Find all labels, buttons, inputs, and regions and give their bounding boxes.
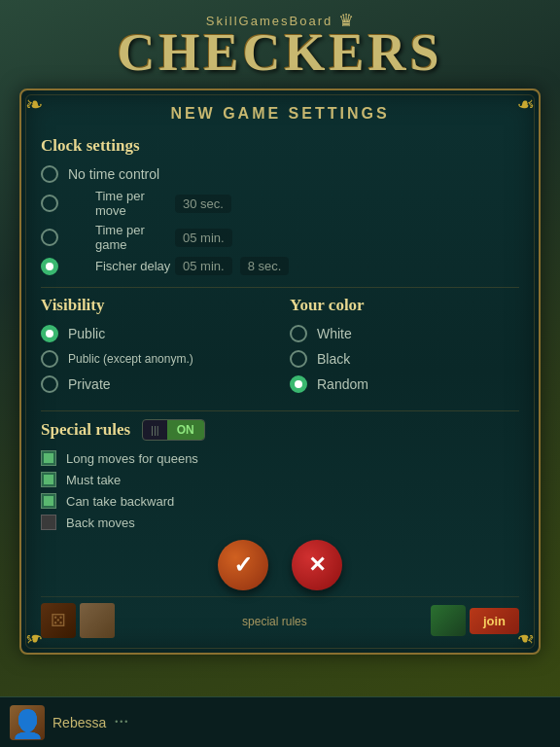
separator-dot: ··· xyxy=(114,711,128,733)
clock-option-per-game[interactable]: Time per game 05 min. xyxy=(41,223,519,252)
visibility-public-label: Public xyxy=(68,326,105,341)
radio-public-except[interactable] xyxy=(41,350,58,368)
clock-fischer-label: Fischer delay xyxy=(68,259,175,273)
rule-back-moves[interactable]: Back moves xyxy=(41,515,519,530)
radio-white[interactable] xyxy=(290,325,307,342)
radio-fischer[interactable] xyxy=(41,258,58,275)
clock-per-game-value: 05 min. xyxy=(175,229,232,247)
parchment-icon xyxy=(80,603,115,638)
cancel-icon: ✕ xyxy=(308,552,326,578)
panel-bottom-bar: ⚄ special rules join xyxy=(41,596,519,638)
rule-long-moves[interactable]: Long moves for queens xyxy=(41,450,519,466)
panel-title: NEW GAME SETTINGS xyxy=(41,105,519,123)
header: SkillGamesBoard ♛ CHECKERS xyxy=(0,0,560,84)
separator-1 xyxy=(41,287,519,288)
radio-private[interactable] xyxy=(41,375,58,393)
avatar-figure-icon: 👤 xyxy=(11,708,45,740)
special-rules-header-row: Special rules ||| ON xyxy=(41,419,519,441)
page-wrapper: SkillGamesBoard ♛ CHECKERS ❧ ❧ ❧ ❧ NEW G… xyxy=(0,0,560,747)
clock-option-fischer[interactable]: Fischer delay 05 min. 8 sec. xyxy=(41,257,519,275)
player-row: 👤 Rebessa ··· xyxy=(0,696,560,747)
clock-fischer-value2: 8 sec. xyxy=(240,257,290,275)
color-black[interactable]: Black xyxy=(290,348,519,370)
action-buttons-area: ✓ ✕ xyxy=(41,540,519,590)
rule-back-moves-label: Back moves xyxy=(66,516,135,530)
color-random-label: Random xyxy=(317,376,368,392)
color-black-label: Black xyxy=(317,351,350,367)
corner-decoration-tl: ❧ xyxy=(25,94,52,122)
cancel-button[interactable]: ✕ xyxy=(292,540,342,590)
app-title: CHECKERS xyxy=(0,26,560,79)
clock-settings-section: Clock settings No time control Time per … xyxy=(41,136,519,275)
visibility-public-except-label: Public (except anonym.) xyxy=(68,352,193,366)
rule-must-take-label: Must take xyxy=(66,473,121,487)
join-label: join xyxy=(483,614,506,628)
visibility-header: Visibility xyxy=(41,296,270,315)
radio-per-game[interactable] xyxy=(41,229,58,246)
visibility-private[interactable]: Private xyxy=(41,374,270,395)
checkbox-long-moves[interactable] xyxy=(41,450,56,466)
rule-take-backward[interactable]: Can take backward xyxy=(41,493,519,509)
visibility-section: Visibility Public Public (except anonym.… xyxy=(41,296,270,399)
clock-per-game-label: Time per game xyxy=(68,223,175,252)
clock-per-move-label: Time per move xyxy=(68,189,175,218)
corner-decoration-tr: ❧ xyxy=(508,94,535,122)
corner-decoration-bl: ❧ xyxy=(25,622,52,649)
checkbox-take-backward[interactable] xyxy=(41,493,56,509)
visibility-public-except[interactable]: Public (except anonym.) xyxy=(41,348,270,370)
color-white[interactable]: White xyxy=(290,323,519,344)
color-header: Your color xyxy=(290,296,519,315)
color-section: Your color White Black Random xyxy=(290,296,519,399)
visibility-color-section: Visibility Public Public (except anonym.… xyxy=(41,296,519,399)
radio-random[interactable] xyxy=(290,375,307,393)
player-avatar: 👤 xyxy=(10,705,45,740)
confirm-icon: ✓ xyxy=(233,551,253,579)
clock-header: Clock settings xyxy=(41,136,519,156)
radio-public[interactable] xyxy=(41,325,58,342)
clock-option-no-time[interactable]: No time control xyxy=(41,163,519,185)
special-rules-toggle[interactable]: ||| ON xyxy=(142,419,205,441)
special-rules-bottom-label: special rules xyxy=(242,615,307,628)
clock-no-time-label: No time control xyxy=(68,166,159,182)
visibility-public[interactable]: Public xyxy=(41,323,270,344)
separator-2 xyxy=(41,410,519,411)
color-white-label: White xyxy=(317,326,352,341)
settings-panel: ❧ ❧ ❧ ❧ NEW GAME SETTINGS Clock settings… xyxy=(19,89,541,655)
special-rules-section: Special rules ||| ON Long moves for quee… xyxy=(41,419,519,530)
toggle-on-label: ON xyxy=(167,420,204,440)
rule-take-backward-label: Can take backward xyxy=(66,494,174,509)
toggle-off-indicator: ||| xyxy=(143,421,167,439)
clock-fischer-value1: 05 min. xyxy=(175,257,232,275)
rule-long-moves-label: Long moves for queens xyxy=(66,451,198,466)
checkbox-back-moves[interactable] xyxy=(41,515,56,530)
special-rules-label: Special rules xyxy=(41,420,130,440)
share-icon xyxy=(431,605,466,636)
radio-per-move[interactable] xyxy=(41,195,58,212)
corner-decoration-br: ❧ xyxy=(508,622,535,649)
visibility-private-label: Private xyxy=(68,376,111,392)
confirm-button[interactable]: ✓ xyxy=(218,540,268,590)
rule-must-take[interactable]: Must take xyxy=(41,472,519,487)
clock-per-move-value: 30 sec. xyxy=(175,195,231,213)
checkbox-must-take[interactable] xyxy=(41,472,56,487)
player-name: Rebessa xyxy=(52,715,106,730)
radio-black[interactable] xyxy=(290,350,307,368)
clock-option-per-move[interactable]: Time per move 30 sec. xyxy=(41,189,519,218)
radio-no-time[interactable] xyxy=(41,165,58,183)
color-random[interactable]: Random xyxy=(290,374,519,395)
